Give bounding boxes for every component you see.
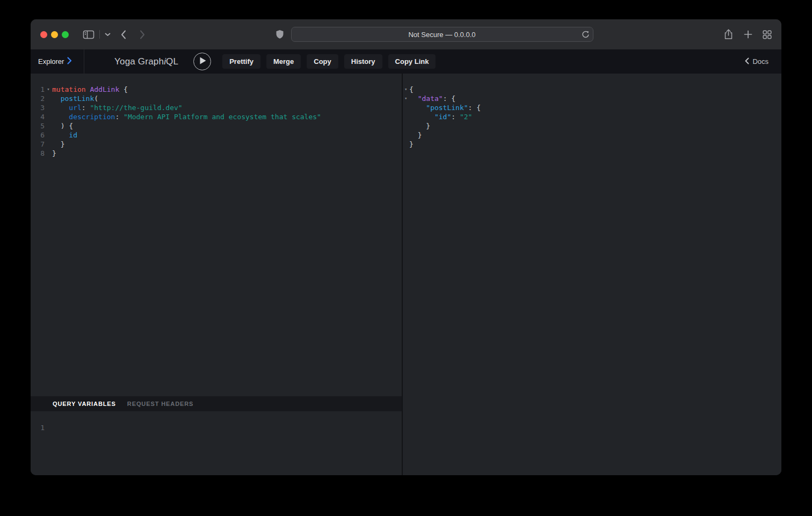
code-text: } <box>409 121 430 130</box>
fold-gutter <box>45 121 52 130</box>
code-text: } <box>52 149 56 158</box>
code-line: "postLink": { <box>403 103 781 112</box>
code-line: ▾ "data": { <box>403 94 781 103</box>
line-number: 3 <box>31 103 45 112</box>
shield-icon <box>276 30 284 39</box>
share-icon <box>723 29 734 40</box>
graphiql-toolbar: Explorer Yoga GraphiQL PrettifyMergeCopy… <box>31 49 781 74</box>
fold-gutter <box>403 112 409 121</box>
toolbar-button-copy[interactable]: Copy <box>307 54 338 69</box>
code-line: 5 ) { <box>31 121 402 130</box>
code-line: "id": "2" <box>403 112 781 121</box>
code-text: id <box>52 130 77 140</box>
code-text: } <box>52 140 64 149</box>
reload-icon <box>582 30 590 39</box>
code-text: mutation AddLink { <box>52 85 128 94</box>
explorer-toggle[interactable]: Explorer <box>31 49 84 74</box>
line-number: 1 <box>31 85 45 94</box>
code-text: } <box>409 130 422 140</box>
toolbar-button-group: PrettifyMergeCopyHistoryCopy Link <box>222 54 436 69</box>
plus-icon <box>744 30 752 39</box>
minimize-window-button[interactable] <box>51 31 58 38</box>
tab-query-variables[interactable]: QUERY VARIABLES <box>53 401 116 407</box>
chevron-left-icon <box>121 30 126 39</box>
privacy-report-button[interactable] <box>276 30 284 39</box>
code-text: } <box>409 140 414 149</box>
code-text: url: "http://the-guild.dev" <box>52 103 183 112</box>
play-icon <box>200 57 206 66</box>
share-button[interactable] <box>723 29 734 40</box>
code-line: 3 url: "http://the-guild.dev" <box>31 103 402 112</box>
browser-titlebar: Not Secure — 0.0.0.0 <box>31 19 781 49</box>
url-bar[interactable]: Not Secure — 0.0.0.0 <box>291 27 593 42</box>
explorer-label: Explorer <box>38 57 64 66</box>
chevron-left-icon <box>745 57 749 66</box>
line-number: 5 <box>31 121 45 130</box>
code-line: 4 description: "Modern API Platform and … <box>31 112 402 121</box>
code-text: ) { <box>52 121 73 130</box>
toolbar-button-prettify[interactable]: Prettify <box>222 54 260 69</box>
fold-gutter <box>403 103 409 112</box>
code-text: "id": "2" <box>409 112 472 121</box>
chevron-right-icon <box>67 57 72 66</box>
code-line: 1 <box>31 423 402 432</box>
fold-arrow-icon[interactable]: ▾ <box>403 94 409 103</box>
app-title: Yoga GraphiQL <box>114 56 178 67</box>
code-line: ▾{ <box>403 85 781 94</box>
fold-gutter <box>45 149 52 158</box>
line-number: 6 <box>31 130 45 140</box>
editor-pane: 1▾mutation AddLink {2 postLink(3 url: "h… <box>31 74 402 475</box>
app-title-prefix: Yoga Graph <box>114 56 164 67</box>
sidebar-toggle-button[interactable] <box>83 30 95 39</box>
line-number: 7 <box>31 140 45 149</box>
tab-request-headers[interactable]: REQUEST HEADERS <box>127 401 194 407</box>
fold-gutter <box>45 94 52 103</box>
chrome-right-icons <box>723 29 772 40</box>
fold-arrow-icon[interactable]: ▾ <box>403 85 409 94</box>
query-variables-editor[interactable]: 1 <box>31 411 402 475</box>
sidebar-menu-button[interactable] <box>105 33 111 37</box>
code-line: 1▾mutation AddLink { <box>31 85 402 94</box>
code-line: } <box>403 140 781 149</box>
fold-gutter <box>403 121 409 130</box>
grid-icon <box>763 30 772 39</box>
chevron-right-icon <box>140 30 145 39</box>
code-line: 6 id <box>31 130 402 140</box>
code-text: { <box>409 85 414 94</box>
back-button[interactable] <box>121 30 126 39</box>
chevron-down-icon <box>105 33 111 37</box>
tab-overview-button[interactable] <box>763 30 772 39</box>
fold-gutter <box>45 103 52 112</box>
toolbar-button-copy-link[interactable]: Copy Link <box>388 54 436 69</box>
toolbar-separator <box>99 30 100 39</box>
response-viewer[interactable]: ▾{▾ "data": { "postLink": { "id": "2" } … <box>403 74 781 149</box>
code-line: 8} <box>31 149 402 158</box>
code-line: 7 } <box>31 140 402 149</box>
fold-gutter <box>403 130 409 140</box>
zoom-window-button[interactable] <box>62 31 69 38</box>
docs-label: Docs <box>752 57 769 66</box>
toolbar-button-merge[interactable]: Merge <box>266 54 301 69</box>
code-line: 2 postLink( <box>31 94 402 103</box>
line-number: 4 <box>31 112 45 121</box>
browser-window: Not Secure — 0.0.0.0 <box>31 19 781 475</box>
secondary-editor-tabs: QUERY VARIABLES REQUEST HEADERS <box>31 396 402 411</box>
line-number: 1 <box>31 423 45 432</box>
execute-query-button[interactable] <box>193 53 211 70</box>
reload-button[interactable] <box>582 30 590 39</box>
window-controls <box>40 31 69 38</box>
toolbar-button-history[interactable]: History <box>344 54 382 69</box>
fold-gutter <box>45 130 52 140</box>
line-number: 8 <box>31 149 45 158</box>
app-title-suffix: QL <box>166 56 178 67</box>
close-window-button[interactable] <box>40 31 47 38</box>
code-text: description: "Modern API Platform and ec… <box>52 112 321 121</box>
fold-gutter <box>403 140 409 149</box>
docs-toggle[interactable]: Docs <box>742 57 772 67</box>
fold-gutter <box>45 112 52 121</box>
sidebar-toggle-icon <box>83 30 95 39</box>
query-editor[interactable]: 1▾mutation AddLink {2 postLink(3 url: "h… <box>31 74 402 396</box>
forward-button[interactable] <box>140 30 145 39</box>
new-tab-button[interactable] <box>744 30 752 39</box>
fold-arrow-icon[interactable]: ▾ <box>45 85 52 94</box>
